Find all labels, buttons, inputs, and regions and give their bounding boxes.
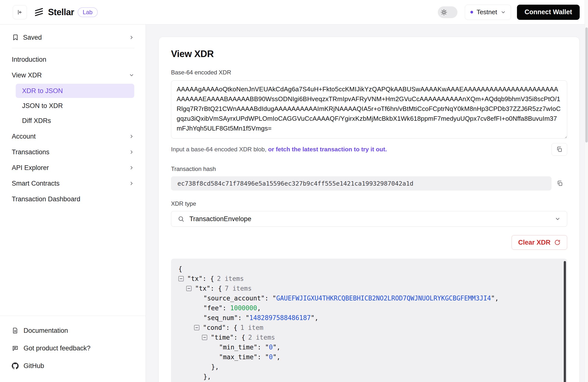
json-token-plain: : {	[203, 275, 214, 282]
sidebar-footer-item-documentation[interactable]: Documentation	[12, 322, 134, 339]
sidebar-footer-item-github[interactable]: GitHub	[12, 357, 134, 375]
theme-toggle[interactable]	[438, 6, 457, 18]
json-line: "max_time": "0",	[178, 352, 557, 362]
view-xdr-card: View XDR Base-64 encoded XDR AAAAAgAAAAo…	[159, 37, 580, 382]
sidebar-item-view-xdr[interactable]: View XDR	[12, 67, 134, 83]
json-token-number: 1000000	[230, 304, 257, 312]
json-token-plain: : {	[210, 285, 222, 292]
json-token-string: GAUEFWJIGXU4THKRCQBEBHICB2NO2LROD7QWJNUO…	[276, 295, 491, 302]
sidebar-item-diff-xdrs[interactable]: Diff XDRs	[16, 114, 134, 128]
copy-icon	[556, 146, 563, 153]
sidebar-item-smart-contracts[interactable]: Smart Contracts	[12, 176, 134, 191]
json-token-count: 7 items	[225, 285, 252, 292]
transaction-hash-field[interactable]	[171, 176, 551, 191]
json-line: "fee": 1000000,	[178, 303, 557, 313]
sidebar-item-account[interactable]: Account	[12, 129, 134, 144]
json-token-key: "source_account"	[203, 295, 265, 302]
feedback-icon	[12, 345, 19, 352]
hash-row	[171, 176, 567, 191]
clear-xdr-label: Clear XDR	[518, 239, 550, 246]
chevron-down-icon	[501, 10, 506, 15]
collapse-toggle-icon[interactable]	[202, 335, 207, 340]
copy-hash-button[interactable]	[552, 176, 567, 191]
refresh-icon	[554, 239, 561, 246]
json-token-count: 2 items	[217, 275, 244, 282]
sidebar-item-transaction-dashboard[interactable]: Transaction Dashboard	[12, 191, 134, 207]
json-line: "min_time": "0",	[178, 342, 557, 352]
json-token-key: "tx"	[195, 285, 210, 292]
json-line: },	[178, 362, 557, 372]
xdr-type-label: XDR type	[171, 200, 567, 207]
app-header: Stellar Lab Testnet Connect Wallet	[0, 0, 588, 24]
collapse-toggle-icon[interactable]	[186, 286, 191, 291]
json-token-plain: ,	[257, 304, 261, 312]
collapse-toggle-icon[interactable]	[178, 276, 184, 281]
hint-plain-text: Input a base-64 encoded XDR blob,	[171, 146, 268, 153]
sidebar-item-label: Smart Contracts	[12, 180, 129, 187]
json-token-plain: : "	[257, 353, 269, 361]
page-body: Saved IntroductionView XDRXDR to JSONJSO…	[0, 24, 588, 382]
github-icon	[12, 362, 19, 369]
page-scrollbar-track	[585, 0, 588, 382]
hint-row: Input a base-64 encoded XDR blob, or fet…	[171, 143, 567, 156]
main-content: View XDR Base-64 encoded XDR AAAAAgAAAAo…	[146, 24, 588, 382]
sidebar-item-xdr-to-json[interactable]: XDR to JSON	[16, 84, 134, 98]
json-token-plain: : {	[226, 324, 237, 331]
copy-icon	[557, 180, 563, 187]
copy-xdr-button[interactable]	[551, 143, 567, 156]
network-select-button[interactable]: Testnet	[465, 5, 511, 20]
json-token-plain: : "	[257, 343, 269, 351]
sidebar-item-label: Account	[12, 133, 129, 140]
sidebar: Saved IntroductionView XDRXDR to JSONJSO…	[0, 24, 146, 382]
chevron-right-icon	[129, 165, 134, 170]
divider	[12, 48, 134, 48]
panel-collapse-icon	[16, 9, 23, 16]
sidebar-item-label: View XDR	[12, 72, 129, 79]
json-token-plain: {	[178, 265, 182, 273]
json-token-key: "fee"	[203, 304, 222, 312]
page-scrollbar-thumb[interactable]	[585, 27, 588, 142]
json-viewer: {"tx": {2 items"tx": {7 items"source_acc…	[171, 259, 567, 382]
json-token-key: "max_time"	[219, 353, 257, 361]
sidebar-item-api-explorer[interactable]: API Explorer	[12, 160, 134, 176]
fetch-latest-transaction-link[interactable]: or fetch the latest transaction to try i…	[268, 146, 387, 153]
xdr-type-select[interactable]: TransactionEnvelope	[171, 211, 567, 227]
json-token-string: 1482897588486187	[250, 314, 311, 322]
clear-xdr-button[interactable]: Clear XDR	[512, 235, 567, 250]
json-token-plain: : "	[238, 314, 250, 322]
sidebar-item-label: Transactions	[12, 148, 129, 156]
app-root: Stellar Lab Testnet Connect Wallet	[0, 0, 588, 382]
chevron-right-icon	[129, 181, 134, 186]
network-label: Testnet	[477, 8, 497, 16]
sidebar-item-introduction[interactable]: Introduction	[12, 52, 134, 67]
clear-row: Clear XDR	[171, 235, 567, 250]
sidebar-footer: DocumentationGot product feedback?GitHub	[0, 316, 146, 382]
json-scrollbar-thumb[interactable]	[564, 261, 566, 382]
sidebar-footer-item-got-product-feedback[interactable]: Got product feedback?	[12, 339, 134, 357]
sidebar-item-label: Saved	[23, 34, 42, 41]
json-token-key: "seq_num"	[203, 314, 238, 322]
json-token-plain: },	[211, 363, 219, 370]
collapse-toggle-icon[interactable]	[194, 325, 199, 330]
xdr-type-value: TransactionEnvelope	[189, 215, 550, 223]
connect-wallet-button[interactable]: Connect Wallet	[517, 5, 580, 20]
json-token-plain: ",	[273, 353, 280, 361]
json-line: "cond": {1 item	[178, 323, 557, 333]
json-token-key: "min_time"	[219, 343, 257, 351]
chevron-right-icon	[129, 134, 134, 139]
chevron-right-icon	[129, 149, 134, 155]
sidebar-item-saved[interactable]: Saved	[12, 29, 134, 45]
sun-icon	[441, 9, 447, 16]
brand[interactable]: Stellar Lab	[33, 7, 98, 18]
stellar-logo-icon	[33, 7, 44, 18]
sidebar-item-transactions[interactable]: Transactions	[12, 144, 134, 160]
chevron-right-icon	[129, 35, 134, 40]
xdr-input[interactable]: AAAAAgAAAAoQtkoNenJnVEUAkCdAg6a7S4uH+Fkt…	[171, 80, 567, 139]
hint-text: Input a base-64 encoded XDR blob, or fet…	[171, 146, 387, 153]
json-token-key: "tx"	[187, 275, 203, 282]
json-token-plain: ",	[273, 343, 280, 351]
collapse-sidebar-button[interactable]	[13, 5, 27, 19]
sidebar-item-json-to-xdr[interactable]: JSON to XDR	[16, 99, 134, 113]
json-line: "tx": {7 items	[178, 283, 557, 293]
json-line: "source_account": "GAUEFWJIGXU4THKRCQBEB…	[178, 293, 557, 303]
